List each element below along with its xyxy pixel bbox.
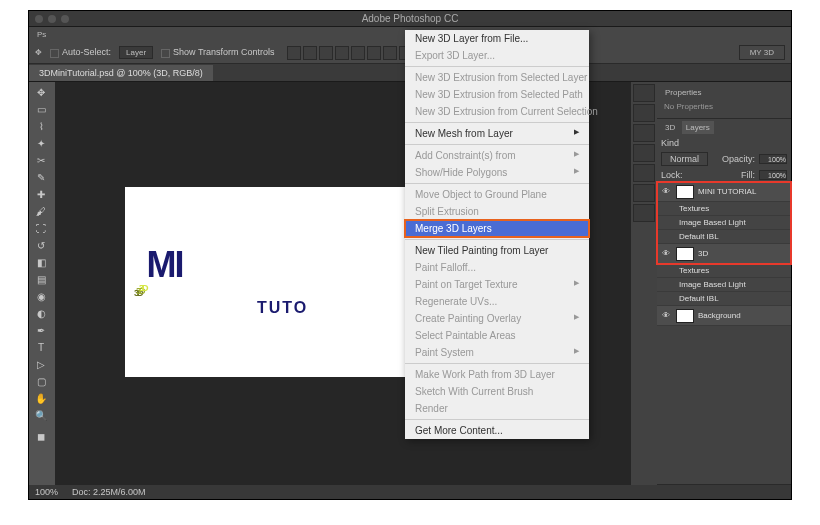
align-icon[interactable] [287,46,301,60]
blend-mode[interactable]: Normal [661,152,708,166]
eyedropper-tool-icon[interactable]: ✎ [29,169,53,186]
layer-row[interactable]: 👁3D [657,244,791,264]
workspace-switcher[interactable]: MY 3D [739,45,785,60]
layer-row[interactable]: 👁Background [657,306,791,326]
dodge-tool-icon[interactable]: ◐ [29,305,53,322]
document-canvas[interactable]: 3DMI TUTO [125,187,425,377]
menu-item: New 3D Extrusion from Selected Path [405,86,589,103]
document-tab[interactable]: 3DMiniTutorial.psd @ 100% (3D, RGB/8) [29,65,213,81]
menu-item: Render [405,400,589,417]
show-transform-checkbox[interactable] [161,49,170,58]
align-icon[interactable] [319,46,333,60]
minimize-icon[interactable] [48,15,56,23]
path-tool-icon[interactable]: ▷ [29,356,53,373]
layer-sub-row[interactable]: Textures [657,264,791,278]
layer-sub-row[interactable]: Default IBL [657,230,791,244]
menu-item: Regenerate UVs... [405,293,589,310]
3d-menu-dropdown: New 3D Layer from File...Export 3D Layer… [405,30,589,439]
align-icon[interactable] [383,46,397,60]
menu-item: Sketch With Current Brush [405,383,589,400]
properties-tab[interactable]: Properties [661,86,705,99]
titlebar: Adobe Photoshop CC [29,11,791,27]
menu-item[interactable]: Get More Content... [405,422,589,439]
menu-item: Show/Hide Polygons [405,164,589,181]
stamp-tool-icon[interactable]: ⛶ [29,220,53,237]
visibility-icon[interactable]: 👁 [660,311,672,320]
align-icon[interactable] [351,46,365,60]
move-tool-icon[interactable]: ✥ [29,84,53,101]
menu-item[interactable]: New Mesh from Layer [405,125,589,142]
layer-row[interactable]: 👁MINI TUTORIAL [657,182,791,202]
auto-select-dropdown[interactable]: Layer [119,46,153,59]
auto-select-label: Auto-Select: [50,47,111,57]
layers-panel: 3D Layers Kind Normal Opacity: Lock [657,119,791,485]
properties-body: No Properties [661,99,787,114]
layer-sub-row[interactable]: Textures [657,202,791,216]
move-tool-icon: ✥ [35,48,42,57]
visibility-icon[interactable]: 👁 [660,187,672,196]
ps-icon[interactable]: Ps [34,30,49,39]
maximize-icon[interactable] [61,15,69,23]
menu-item: Create Painting Overlay [405,310,589,327]
panel-icon[interactable] [633,84,655,102]
right-dock: Properties No Properties 3D Layers Kind … [631,82,791,485]
swatch-icon[interactable]: ◼ [29,424,53,448]
eraser-tool-icon[interactable]: ◧ [29,254,53,271]
menu-separator [405,66,589,67]
layer-sub-row[interactable]: Image Based Light [657,216,791,230]
menu-item[interactable]: New 3D Layer from File... [405,30,589,47]
blur-tool-icon[interactable]: ◉ [29,288,53,305]
menu-item: Move Object to Ground Plane [405,186,589,203]
menu-separator [405,363,589,364]
sub-text: TUTO [257,299,308,317]
menu-item: Split Extrusion [405,203,589,220]
kind-label: Kind [661,138,679,148]
brush-tool-icon[interactable]: 🖌 [29,203,53,220]
menu-item[interactable]: Merge 3D Layers [405,220,589,237]
window-title: Adobe Photoshop CC [362,13,459,24]
marquee-tool-icon[interactable]: ▭ [29,101,53,118]
pen-tool-icon[interactable]: ✒ [29,322,53,339]
visibility-icon[interactable]: 👁 [660,249,672,258]
opacity-label: Opacity: [722,154,755,164]
menu-item: Paint System [405,344,589,361]
hand-tool-icon[interactable]: ✋ [29,390,53,407]
menu-separator [405,239,589,240]
panel-icon[interactable] [633,184,655,202]
menu-item: Export 3D Layer... [405,47,589,64]
type-tool-icon[interactable]: T [29,339,53,356]
heal-tool-icon[interactable]: ✚ [29,186,53,203]
close-icon[interactable] [35,15,43,23]
layer-thumb-icon [676,247,694,261]
align-icon[interactable] [303,46,317,60]
menu-item: Make Work Path from 3D Layer [405,366,589,383]
menu-item: Paint on Target Texture [405,276,589,293]
panel-icon[interactable] [633,164,655,182]
zoom-tool-icon[interactable]: 🔍 [29,407,53,424]
menu-separator [405,419,589,420]
gradient-tool-icon[interactable]: ▤ [29,271,53,288]
panel-icon[interactable] [633,104,655,122]
layer-thumb-icon [676,185,694,199]
panel-icon[interactable] [633,144,655,162]
zoom-level[interactable]: 100% [35,487,58,497]
panel-icon[interactable] [633,204,655,222]
collapsed-panel-strip [631,82,657,485]
menu-item: Paint Falloff... [405,259,589,276]
align-icon[interactable] [335,46,349,60]
shape-tool-icon[interactable]: ▢ [29,373,53,390]
auto-select-checkbox[interactable] [50,49,59,58]
layers-tab[interactable]: Layers [682,121,714,134]
wand-tool-icon[interactable]: ✦ [29,135,53,152]
3d-tab[interactable]: 3D [661,121,679,134]
history-brush-icon[interactable]: ↺ [29,237,53,254]
lasso-tool-icon[interactable]: ⌇ [29,118,53,135]
align-icon[interactable] [367,46,381,60]
panel-icon[interactable] [633,124,655,142]
fill-input[interactable] [759,170,787,180]
layer-sub-row[interactable]: Image Based Light [657,278,791,292]
opacity-input[interactable] [759,154,787,164]
menu-item[interactable]: New Tiled Painting from Layer [405,242,589,259]
layer-sub-row[interactable]: Default IBL [657,292,791,306]
crop-tool-icon[interactable]: ✂ [29,152,53,169]
